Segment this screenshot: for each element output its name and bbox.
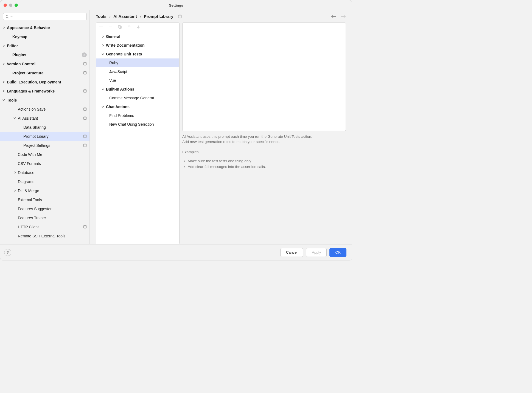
svg-rect-7 bbox=[83, 89, 86, 90]
sidebar-item[interactable]: Project Structure bbox=[0, 68, 89, 77]
sidebar-item[interactable]: Build, Execution, Deployment bbox=[0, 77, 89, 86]
ok-button[interactable]: OK bbox=[329, 248, 346, 257]
sidebar-item[interactable]: Remote SSH External Tools bbox=[0, 231, 89, 240]
search-field[interactable] bbox=[14, 15, 84, 19]
tree-item[interactable]: Ruby bbox=[96, 58, 179, 67]
sidebar-item[interactable]: Prompt Library bbox=[0, 132, 89, 141]
tree-item[interactable]: Write Documentation bbox=[96, 41, 179, 50]
sidebar-item-label: Features Suggester bbox=[18, 207, 87, 211]
project-scope-icon bbox=[83, 134, 87, 138]
svg-point-0 bbox=[6, 15, 8, 18]
chevron-right-icon bbox=[0, 90, 7, 92]
window-title: Settings bbox=[169, 3, 183, 7]
project-scope-icon bbox=[83, 144, 87, 147]
chevron-right-icon bbox=[99, 44, 106, 47]
sidebar-item[interactable]: HTTP Client bbox=[0, 222, 89, 231]
breadcrumb-item: Prompt Library bbox=[144, 14, 173, 19]
chevron-right-icon bbox=[11, 189, 18, 192]
tree-item-label: JavaScript bbox=[109, 69, 129, 74]
sidebar-item-label: Languages & Frameworks bbox=[7, 89, 82, 93]
window-maximize-button[interactable] bbox=[15, 4, 18, 7]
cancel-button[interactable]: Cancel bbox=[280, 248, 303, 257]
sidebar-item[interactable]: AI Assistant bbox=[0, 114, 89, 123]
copy-button bbox=[116, 24, 123, 30]
tree-item-label: Chat Actions bbox=[106, 105, 132, 109]
sidebar-item[interactable]: Tools bbox=[0, 96, 89, 105]
sidebar-item[interactable]: Keymap bbox=[0, 32, 89, 41]
chevron-right-icon bbox=[11, 171, 18, 174]
sidebar-item-label: Project Structure bbox=[12, 71, 82, 75]
breadcrumb-item[interactable]: AI Assistant bbox=[113, 14, 137, 19]
svg-rect-17 bbox=[83, 225, 86, 226]
sidebar-item-label: CSV Formats bbox=[18, 161, 87, 166]
tree-item[interactable]: Chat Actions bbox=[96, 102, 179, 111]
tree-item[interactable]: Find Problems bbox=[96, 111, 179, 120]
sidebar-item-label: Code With Me bbox=[18, 152, 87, 157]
svg-line-1 bbox=[8, 17, 9, 18]
chevron-down-icon bbox=[99, 88, 106, 91]
sidebar-item-label: Project Settings bbox=[23, 143, 82, 148]
titlebar: Settings bbox=[0, 0, 352, 10]
chevron-right-icon bbox=[0, 81, 7, 83]
add-button[interactable] bbox=[98, 24, 104, 30]
project-scope-icon bbox=[83, 116, 87, 120]
sidebar-item[interactable]: Appearance & Behavior bbox=[0, 23, 89, 32]
prompt-editor[interactable] bbox=[182, 23, 346, 131]
sidebar-item[interactable]: Features Trainer bbox=[0, 213, 89, 222]
project-scope-icon bbox=[83, 62, 87, 66]
tree-item[interactable]: Generate Unit Tests bbox=[96, 50, 179, 58]
chevron-right-icon bbox=[99, 35, 106, 38]
tree-item[interactable]: General bbox=[96, 32, 179, 41]
sidebar-item[interactable]: CSV Formats bbox=[0, 159, 89, 168]
sidebar-item[interactable]: Diff & Merge bbox=[0, 186, 89, 195]
sidebar-item[interactable]: External Tools bbox=[0, 195, 89, 204]
window-minimize-button[interactable] bbox=[9, 4, 12, 7]
chevron-right-icon bbox=[0, 44, 7, 47]
sidebar-item-label: Database bbox=[18, 170, 87, 175]
svg-rect-9 bbox=[83, 108, 86, 108]
tree-item[interactable]: Commit Message Generat… bbox=[96, 94, 179, 102]
sidebar-item-label: Plugins bbox=[12, 53, 80, 57]
forward-button bbox=[341, 15, 346, 18]
sidebar-item[interactable]: Version Control bbox=[0, 59, 89, 68]
settings-window: Settings Appearance & BehaviorKeymapEdit… bbox=[0, 0, 352, 260]
help-button[interactable]: ? bbox=[4, 249, 11, 256]
chevron-down-icon bbox=[99, 106, 106, 108]
tree-item-label: Built-In Actions bbox=[106, 87, 136, 91]
project-scope-icon bbox=[83, 71, 87, 75]
sidebar-item[interactable]: Code With Me bbox=[0, 150, 89, 159]
sidebar-item[interactable]: Data Sharing bbox=[0, 123, 89, 132]
svg-rect-13 bbox=[83, 135, 86, 136]
count-badge: 2 bbox=[82, 52, 87, 57]
move-up-button bbox=[126, 24, 132, 30]
tree-item[interactable]: JavaScript bbox=[96, 67, 179, 76]
sidebar-item[interactable]: Plugins2 bbox=[0, 50, 89, 59]
sidebar-item[interactable]: Features Suggester bbox=[0, 204, 89, 213]
project-scope-icon bbox=[83, 89, 87, 93]
breadcrumb-item[interactable]: Tools bbox=[96, 14, 107, 19]
tree-item[interactable]: Vue bbox=[96, 76, 179, 85]
tree-item[interactable]: New Chat Using Selection bbox=[96, 120, 179, 129]
chevron-right-icon: › bbox=[140, 14, 141, 19]
search-input[interactable] bbox=[3, 13, 87, 20]
sidebar-item[interactable]: Database bbox=[0, 168, 89, 177]
breadcrumb: Tools › AI Assistant › Prompt Library bbox=[96, 14, 182, 19]
sidebar-item[interactable]: Languages & Frameworks bbox=[0, 86, 89, 96]
apply-button: Apply bbox=[306, 248, 327, 257]
chevron-down-icon bbox=[10, 16, 13, 18]
sidebar-item-label: External Tools bbox=[18, 198, 87, 202]
tree-item-label: New Chat Using Selection bbox=[109, 122, 156, 127]
chevron-down-icon bbox=[99, 53, 106, 55]
chevron-down-icon bbox=[0, 99, 7, 101]
sidebar-item[interactable]: Diagrams bbox=[0, 177, 89, 186]
sidebar-item[interactable]: Actions on Save bbox=[0, 105, 89, 114]
window-close-button[interactable] bbox=[4, 4, 7, 7]
sidebar-item[interactable]: Editor bbox=[0, 41, 89, 50]
sidebar-item-label: AI Assistant bbox=[18, 116, 82, 120]
tree-item-label: General bbox=[106, 34, 122, 39]
prompt-tree-pane: GeneralWrite DocumentationGenerate Unit … bbox=[96, 23, 180, 244]
tree-item[interactable]: Built-In Actions bbox=[96, 85, 179, 94]
chevron-right-icon bbox=[0, 26, 7, 29]
back-button[interactable] bbox=[331, 15, 336, 18]
sidebar-item[interactable]: Project Settings bbox=[0, 141, 89, 150]
